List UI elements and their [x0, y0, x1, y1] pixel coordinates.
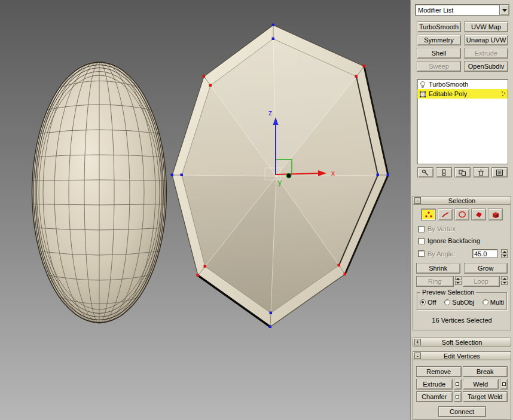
- preview-selection-options: Off SubObj Multi: [419, 299, 505, 306]
- subobject-indicator-icon: [501, 90, 506, 97]
- border-icon: [457, 210, 468, 219]
- spinner-down-button[interactable]: [501, 281, 508, 285]
- show-end-result-icon: [439, 169, 448, 176]
- remove-button[interactable]: Remove: [416, 366, 462, 377]
- chevron-down-icon: [502, 9, 507, 14]
- lightbulb-icon: [419, 81, 426, 88]
- shell-modifier-button[interactable]: Shell: [417, 48, 461, 59]
- opensubdiv-modifier-button[interactable]: OpenSubdiv: [464, 61, 508, 72]
- down-arrow-icon: [503, 255, 506, 259]
- extrude-button[interactable]: Extrude: [416, 379, 453, 390]
- up-arrow-icon: [503, 249, 506, 253]
- ring-button[interactable]: Ring: [416, 276, 454, 287]
- by-vertex-checkbox[interactable]: [418, 226, 425, 232]
- gizmo-center-point: [286, 173, 291, 178]
- selection-rollout-header[interactable]: - Selection: [413, 196, 511, 205]
- preview-subobj-label: SubObj: [452, 299, 474, 306]
- down-arrow-icon: [456, 282, 460, 286]
- modifier-button-set: TurboSmooth UVW Map Symmetry Unwrap UVW …: [417, 22, 508, 72]
- loop-button[interactable]: Loop: [463, 276, 500, 287]
- modifier-stack: TurboSmooth Editable Poly: [417, 79, 508, 164]
- pin-stack-button[interactable]: [417, 167, 433, 177]
- editable-poly-icon: [419, 90, 426, 98]
- polygon-mode-button[interactable]: [471, 209, 486, 220]
- extrude-modifier-button[interactable]: Extrude: [464, 48, 508, 59]
- unwrap-uvw-modifier-button[interactable]: Unwrap UVW: [464, 35, 508, 45]
- rollout-expand-toggle[interactable]: +: [414, 339, 421, 345]
- radio-icon: [444, 299, 450, 305]
- spinner-down-button[interactable]: [455, 281, 462, 285]
- modifier-list-value[interactable]: Modifier List: [415, 4, 499, 16]
- chamfer-button[interactable]: Chamfer: [416, 391, 453, 402]
- by-vertex-row: By Vertex: [418, 225, 508, 232]
- angle-spinner: [501, 249, 508, 258]
- make-unique-button[interactable]: [454, 167, 471, 177]
- preview-selection-group: Preview Selection Off SubObj Multi: [417, 292, 507, 310]
- edit-vertices-buttons: Remove Break Extrude Weld Chamfer Target…: [416, 366, 508, 402]
- turbosmooth-modifier-button[interactable]: TurboSmooth: [417, 22, 461, 32]
- rollout-collapse-toggle[interactable]: -: [414, 352, 421, 359]
- ignore-backfacing-row: Ignore Backfacing: [418, 237, 508, 244]
- subobject-mode-row: [416, 209, 508, 220]
- by-angle-label: By Angle:: [428, 250, 455, 257]
- preview-off-option[interactable]: Off: [420, 299, 436, 306]
- stack-item-label: Editable Poly: [429, 90, 499, 97]
- edit-vertices-rollout-body: Remove Break Extrude Weld Chamfer Target…: [413, 360, 511, 420]
- ring-spinner: [455, 276, 462, 287]
- vertex-mode-button[interactable]: [421, 209, 436, 220]
- rollout-title: Selection: [448, 197, 475, 204]
- down-arrow-icon: [503, 282, 506, 286]
- selection-rollout-body: By Vertex Ignore Backfacing By Angle: Sh…: [413, 205, 511, 330]
- preview-multi-option[interactable]: Multi: [483, 299, 504, 306]
- loop-spinner: [501, 276, 508, 287]
- spinner-down-button[interactable]: [501, 254, 508, 258]
- preview-selection-title: Preview Selection: [420, 289, 476, 296]
- turbosmooth-ellipsoid: [32, 62, 167, 323]
- symmetry-modifier-button[interactable]: Symmetry: [417, 35, 461, 45]
- settings-box-icon: [456, 395, 459, 398]
- make-unique-icon: [458, 169, 467, 176]
- pin-icon: [421, 169, 430, 176]
- remove-modifier-button[interactable]: [473, 167, 489, 177]
- rollout-title: Soft Selection: [442, 339, 483, 346]
- spinner-up-button[interactable]: [455, 276, 462, 280]
- 3d-viewport[interactable]: z x y: [0, 0, 410, 420]
- stack-toolbar: [417, 167, 508, 177]
- shrink-grow-row: Shrink Grow: [416, 263, 508, 274]
- spinner-up-button[interactable]: [501, 276, 508, 280]
- radio-icon: [483, 299, 488, 305]
- settings-box-icon: [456, 382, 459, 386]
- weld-settings-button[interactable]: [500, 379, 508, 390]
- viewport-canvas: z x y: [0, 0, 410, 420]
- chamfer-settings-button[interactable]: [454, 391, 462, 402]
- target-weld-button[interactable]: Target Weld: [463, 391, 508, 402]
- edge-mode-button[interactable]: [438, 209, 453, 220]
- dropdown-arrow-button[interactable]: [499, 4, 509, 16]
- preview-subobj-option[interactable]: SubObj: [444, 299, 474, 306]
- stack-item-turbosmooth[interactable]: TurboSmooth: [417, 79, 508, 89]
- stack-item-editable-poly[interactable]: Editable Poly: [417, 89, 508, 99]
- show-end-result-button[interactable]: [436, 167, 452, 177]
- uvw-map-modifier-button[interactable]: UVW Map: [464, 22, 508, 32]
- extrude-settings-button[interactable]: [454, 379, 462, 390]
- soft-selection-rollout-header[interactable]: + Soft Selection: [413, 338, 511, 347]
- rollout-collapse-toggle[interactable]: -: [414, 197, 421, 204]
- polygon-icon: [474, 210, 484, 219]
- weld-button[interactable]: Weld: [463, 379, 499, 390]
- ring-loop-row: Ring Loop: [416, 276, 508, 287]
- modifier-list-dropdown[interactable]: Modifier List: [415, 4, 509, 16]
- sweep-modifier-button[interactable]: Sweep: [417, 61, 461, 72]
- border-mode-button[interactable]: [454, 209, 469, 220]
- connect-button[interactable]: Connect: [438, 406, 486, 417]
- rollout-title: Edit Vertices: [444, 352, 480, 360]
- shrink-button[interactable]: Shrink: [416, 263, 460, 274]
- configure-modifier-sets-button[interactable]: [491, 167, 508, 177]
- edit-vertices-rollout-header[interactable]: - Edit Vertices: [413, 351, 511, 360]
- angle-input[interactable]: [472, 249, 497, 258]
- spinner-up-button[interactable]: [501, 249, 508, 253]
- by-angle-checkbox[interactable]: [418, 250, 425, 257]
- grow-button[interactable]: Grow: [464, 263, 508, 274]
- element-mode-button[interactable]: [488, 209, 503, 220]
- ignore-backfacing-checkbox[interactable]: [418, 238, 425, 244]
- break-button[interactable]: Break: [463, 366, 508, 377]
